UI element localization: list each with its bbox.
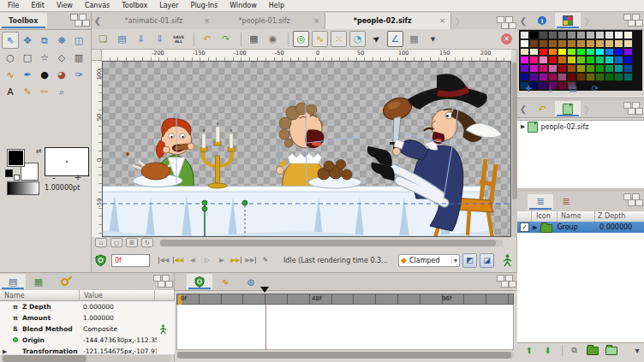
palette-swatch[interactable] [548,64,558,73]
tab-curves[interactable]: ∿ [212,274,238,289]
cursor-button[interactable]: ➤ [365,27,387,50]
increase-brush-button[interactable]: + [72,173,84,182]
toggle-angle-handles-button[interactable]: ∠ [387,31,403,47]
tab-library[interactable]: ▦ [26,274,51,289]
dock-buttons[interactable] [620,193,642,206]
palette-swatch[interactable] [614,31,623,39]
transform-tool[interactable]: ⇖ [2,32,19,49]
palette-swatch[interactable] [576,39,586,48]
layers-col-icon[interactable]: Icon [536,212,551,220]
tabs-scroll-left-icon[interactable]: ❮ [517,16,529,26]
param-value[interactable]: -121.154675px,-107.9105 [83,347,157,354]
palette-swatch[interactable] [614,48,623,56]
menu-item-file[interactable]: File [2,1,25,10]
fit-canvas-button[interactable]: ⊞ [126,238,138,247]
menu-item-plugins[interactable]: Plug-Ins [185,1,224,10]
seek-next-keyframe-button[interactable]: ▶▶ [230,254,243,267]
palette-swatch[interactable] [623,64,633,73]
palette-swatch[interactable] [586,64,595,73]
lower-layer-button[interactable]: ⬇ [541,344,555,357]
tabs-scroll-right-icon[interactable]: ❯ [581,16,593,26]
polygon-tool[interactable]: ◇ [53,49,70,66]
canvas-hscrollbar[interactable] [160,240,503,246]
save-as-button[interactable]: ⇓ [152,31,168,47]
palette-swatch[interactable] [539,64,548,73]
palette-swatch[interactable] [576,64,586,73]
param-row-amount[interactable]: πAmount1.000000 [0,312,175,323]
palette-swatch[interactable] [595,56,605,64]
rectangle-tool[interactable]: □ [19,49,36,66]
seek-next-frame-button[interactable]: ▶ [215,254,229,267]
swap-colors-icon[interactable]: ⇄ [36,147,42,155]
tab-layers[interactable]: ≣ [528,194,553,210]
layer-row[interactable]: ✓ ▶ Group 0.000000 [517,222,644,233]
palette-swatch[interactable] [576,56,586,64]
timetrack-hscrollbar[interactable] [176,352,514,359]
menu-item-help[interactable]: Help [263,1,290,10]
palette-swatch[interactable] [529,39,539,48]
canvas-viewport[interactable] [102,61,511,237]
grid-options-button[interactable]: ▾ [425,31,441,47]
new-group-button[interactable] [586,344,599,357]
palette-swatch[interactable] [558,39,567,48]
gradient-tool[interactable]: ▥ [70,49,87,66]
param-value[interactable]: Composite [83,325,157,333]
palette-swatch[interactable] [558,73,567,81]
draw-tool[interactable]: ✒ [19,66,36,83]
pan-tool[interactable]: ◫ [70,32,87,49]
palette-swatch[interactable] [605,48,614,56]
time-field[interactable]: 0f [111,254,150,267]
undo-button[interactable]: ↶ [199,31,215,47]
close-tab-icon[interactable]: ✕ [313,17,319,25]
menu-item-view[interactable]: View [51,1,79,10]
tab-timetrack[interactable] [187,274,212,289]
tab-keyframes[interactable] [51,274,77,289]
palette-swatch[interactable] [548,31,558,39]
palette-swatch[interactable] [576,31,586,39]
dock-buttons[interactable] [620,14,642,27]
palette-swatch[interactable] [586,73,595,81]
refresh-button[interactable]: ↻ [141,238,153,247]
lock-button[interactable]: ◻ [110,238,122,247]
palette-swatch[interactable] [520,39,529,48]
render-options-button[interactable]: ✎ [259,254,272,267]
param-row-transformation[interactable]: ▶Transformation-121.154675px,-107.9105 [0,346,175,354]
layers-menu-caret[interactable]: ▾ [630,344,644,357]
preview-button[interactable]: ◉ [265,31,281,47]
param-value[interactable]: -144.473630px,-112.3540 [83,336,157,344]
smooth-move-tool[interactable]: ✥ [19,32,36,49]
palette-swatch[interactable] [539,31,548,39]
palette-swatch[interactable] [529,31,539,39]
palette-swatch[interactable] [576,48,586,56]
toggle-grid-snap-button[interactable]: ▦ [406,31,422,47]
menu-item-layer[interactable]: Layer [153,1,184,10]
dock-buttons[interactable] [493,275,516,288]
palette-swatch[interactable] [529,73,539,81]
palette-swatch[interactable] [614,73,623,81]
past-onion-icon[interactable] [95,254,106,266]
toggle-vertex-handles-button[interactable]: ∿ [312,31,328,47]
palette-swatch[interactable] [539,48,548,56]
toggle-radius-handles-button[interactable]: ◔ [349,31,366,47]
palette-swatch[interactable] [623,39,633,48]
palette-swatch[interactable] [529,56,539,64]
tab-depth[interactable]: ≣ [553,194,579,210]
palette-swatch[interactable] [595,31,605,39]
param-row-zdepth[interactable]: πZ Depth0.000000 [0,301,175,312]
close-tab-icon[interactable]: ✕ [204,17,210,25]
open-document-button[interactable]: ▤ [114,31,130,47]
palette-swatch[interactable] [548,73,558,81]
palette-swatch[interactable] [605,64,614,73]
palette-swatch[interactable] [595,48,605,56]
palette-swatch[interactable] [520,64,529,73]
palette-swatch[interactable] [520,31,529,39]
palette-swatch[interactable] [567,64,576,73]
param-value[interactable]: 1.000000 [83,314,157,322]
fill-color-swatch[interactable] [7,149,25,167]
toggle-tangent-handles-button[interactable]: ⁙ [331,31,347,47]
decrease-brush-button[interactable]: - [48,173,60,182]
tab-params[interactable]: ▤ [0,274,26,289]
palette-swatch[interactable] [614,39,623,48]
tabs-scroll-left-icon[interactable]: ❮ [92,16,104,26]
star-tool[interactable]: ☆ [36,49,53,66]
